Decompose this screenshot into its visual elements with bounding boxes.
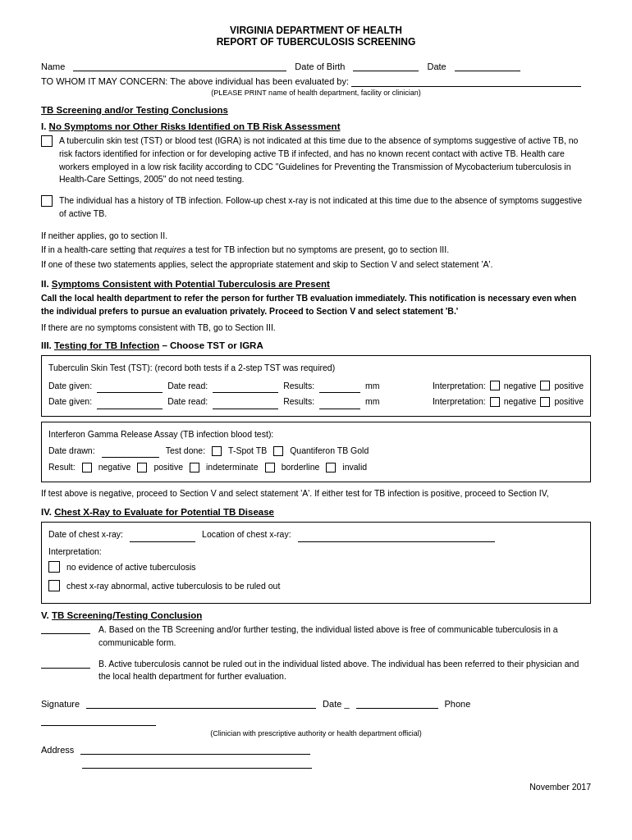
- section3-title-text: Testing for TB Infection: [54, 340, 159, 350]
- section2-note: If there are no symptoms consistent with…: [41, 322, 591, 335]
- tspot-label: T-Spot TB: [228, 444, 267, 458]
- tb-section-heading: TB Screening and/or Testing Conclusions: [41, 105, 591, 115]
- test-done-label: Test done:: [166, 444, 205, 458]
- xray-checkbox2-row: chest x-ray abnormal, active tuberculosi…: [48, 579, 584, 593]
- xray-abnormal-label: chest x-ray abnormal, active tuberculosi…: [66, 579, 280, 593]
- tst-row1-mm: mm: [365, 379, 380, 393]
- section1-checkbox2-text: The individual has a history of TB infec…: [59, 194, 591, 221]
- date-field[interactable]: [455, 61, 520, 71]
- tst-row2-neg-checkbox[interactable]: [490, 397, 500, 407]
- section5: V. TB Screening/Testing Conclusion A. Ba…: [41, 610, 591, 687]
- tst-row1-interp: Interpretation: negative positive: [433, 379, 584, 393]
- tst-row2-results-label: Results:: [283, 395, 314, 409]
- igra-invalid-checkbox[interactable]: [326, 463, 336, 472]
- xray-checkbox1-row: no evidence of active tuberculosis: [48, 560, 584, 574]
- tst-row1-date-given-label: Date given:: [48, 379, 92, 393]
- section3-title-row: III. Testing for TB Infection – Choose T…: [41, 340, 591, 350]
- section3-note: If test above is negative, proceed to Se…: [41, 487, 591, 500]
- xray-date-label: Date of chest x-ray:: [48, 527, 123, 541]
- igra-ind-checkbox[interactable]: [190, 463, 199, 472]
- tst-row2-date-read[interactable]: [213, 395, 278, 409]
- xray-location-field[interactable]: [298, 527, 495, 542]
- tst-row1-results[interactable]: [319, 378, 360, 393]
- statement-a-text: A. Based on the TB Screening and/or furt…: [98, 623, 591, 650]
- statement-a-blank[interactable]: [41, 623, 90, 634]
- tspot-checkbox[interactable]: [212, 446, 222, 456]
- tst-row2-results[interactable]: [319, 395, 360, 409]
- tst-row1-pos-checkbox[interactable]: [540, 381, 550, 390]
- dob-label: Date of Birth: [295, 62, 345, 71]
- section5-statement-a-row: A. Based on the TB Screening and/or furt…: [41, 623, 591, 653]
- sig-label: Signature: [41, 699, 80, 709]
- please-print-note: (PLEASE PRINT name of health department,…: [41, 89, 591, 97]
- sig-date-field[interactable]: [356, 698, 438, 709]
- xray-date-row: Date of chest x-ray: Location of chest x…: [48, 527, 584, 542]
- address-label: Address: [41, 745, 74, 755]
- xray-location-label: Location of chest x-ray:: [202, 527, 291, 541]
- igra-neg-checkbox[interactable]: [82, 463, 92, 472]
- tst-row1-date-given[interactable]: [97, 378, 163, 393]
- to-whom-text: TO WHOM IT MAY CONCERN: The above indivi…: [41, 76, 349, 86]
- xray-date-field[interactable]: [130, 527, 195, 542]
- xray-abnormal-checkbox[interactable]: [48, 580, 60, 591]
- section2-bold: Call the local health department to refe…: [41, 292, 591, 318]
- section3-suffix: – Choose TST or IGRA: [159, 340, 263, 350]
- to-whom-row: TO WHOM IT MAY CONCERN: The above indivi…: [41, 76, 591, 87]
- requires-italic: requires: [154, 244, 185, 254]
- statement-b-blank[interactable]: [41, 658, 90, 669]
- section1-title-text: No Symptoms nor Other Risks Identified o…: [49, 121, 341, 131]
- section4: IV. Chest X-Ray to Evaluate for Potentia…: [41, 507, 591, 604]
- section5-statement-b-row: B. Active tuberculosis cannot be ruled o…: [41, 658, 591, 687]
- tst-row1-date-read[interactable]: [213, 378, 278, 393]
- section1-checkbox1-row: A tuberculin skin test (TST) or blood te…: [41, 135, 591, 189]
- igra-result-row: Result: negative positive indeterminate …: [48, 460, 584, 474]
- phone-label: Phone: [445, 699, 471, 709]
- tst-label: Tuberculin Skin Test (TST): (record both…: [48, 361, 584, 375]
- tst-row2-pos-checkbox[interactable]: [540, 397, 550, 407]
- igra-neg-label: negative: [98, 460, 131, 474]
- quantiferon-checkbox[interactable]: [273, 446, 283, 456]
- sig-row: Signature Date _ Phone: [41, 698, 591, 726]
- section2-title-text: Symptoms Consistent with Potential Tuber…: [52, 279, 330, 289]
- evaluated-field[interactable]: [351, 76, 581, 87]
- igra-ind-label: indeterminate: [206, 460, 259, 474]
- address-line2-row: [82, 758, 591, 769]
- section4-title-row: IV. Chest X-Ray to Evaluate for Potentia…: [41, 507, 591, 517]
- section2: II. Symptoms Consistent with Potential T…: [41, 279, 591, 334]
- section1-note1: If neither applies, go to section II.: [41, 229, 591, 244]
- tst-row1-neg-checkbox[interactable]: [490, 381, 500, 390]
- xray-box: Date of chest x-ray: Location of chest x…: [41, 522, 591, 604]
- phone-field[interactable]: [41, 715, 156, 726]
- clinician-note: (Clinician with prescriptive authority o…: [41, 729, 591, 737]
- xray-no-evidence-checkbox[interactable]: [48, 561, 60, 573]
- address-line2-field[interactable]: [82, 758, 312, 769]
- sig-field[interactable]: [86, 698, 316, 709]
- address-row: Address: [41, 744, 591, 755]
- section2-title: II. Symptoms Consistent with Potential T…: [41, 279, 591, 289]
- dob-field[interactable]: [353, 61, 419, 71]
- footer-date: November 2017: [41, 782, 591, 792]
- section1-note2: If in a health-care setting that require…: [41, 243, 591, 258]
- igra-border-checkbox[interactable]: [265, 463, 275, 472]
- name-field[interactable]: [73, 61, 286, 71]
- date-drawn-field[interactable]: [102, 443, 159, 458]
- section1-notes: If neither applies, go to section II. If…: [41, 229, 591, 273]
- section1-checkbox2[interactable]: [41, 195, 53, 207]
- igra-pos-checkbox[interactable]: [137, 463, 147, 472]
- statement-b-text: B. Active tuberculosis cannot be ruled o…: [98, 658, 591, 684]
- address-field[interactable]: [80, 744, 310, 755]
- tst-row2-date-given-label: Date given:: [48, 395, 92, 409]
- name-label: Name: [41, 62, 65, 71]
- igra-date-row: Date drawn: Test done: T-Spot TB Quantif…: [48, 443, 584, 458]
- tst-row1: Date given: Date read: Results: mm Inter…: [48, 378, 584, 393]
- name-dob-date-row: Name Date of Birth Date: [41, 61, 591, 71]
- result-label: Result:: [48, 460, 76, 474]
- tst-row2-date-given[interactable]: [97, 395, 163, 409]
- xray-no-evidence-label: no evidence of active tuberculosis: [66, 560, 196, 574]
- tst-row2-mm: mm: [365, 395, 380, 409]
- interpretation-label: Interpretation:: [48, 545, 584, 559]
- header-line1: VIRGINIA DEPARTMENT OF HEALTH: [41, 25, 591, 36]
- section1-checkbox1[interactable]: [41, 135, 53, 147]
- tst-row1-results-label: Results:: [283, 379, 314, 393]
- document-header: VIRGINIA DEPARTMENT OF HEALTH REPORT OF …: [41, 25, 591, 48]
